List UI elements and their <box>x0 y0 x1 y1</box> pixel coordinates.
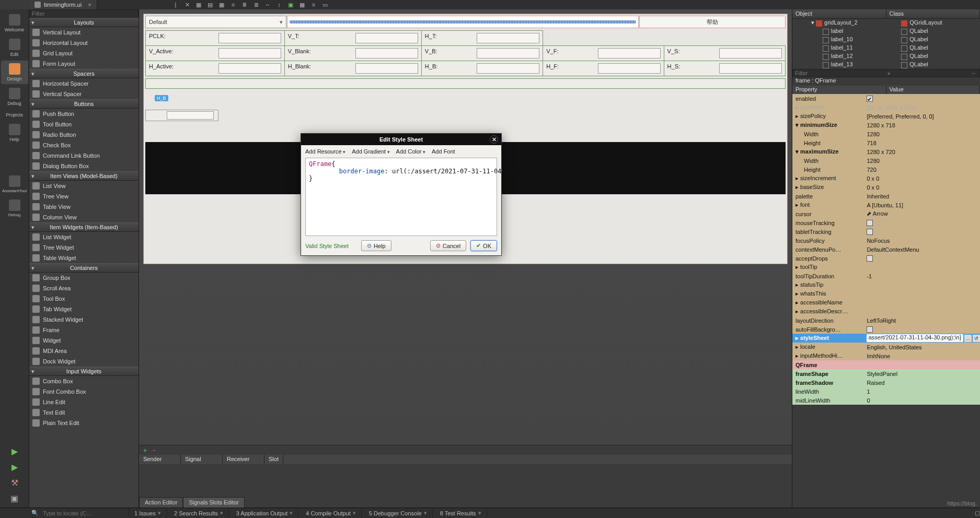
ss-tab-action-editor[interactable]: Action Editor <box>139 497 183 508</box>
prop-focuspolicy[interactable]: focusPolicyNoFocus <box>792 236 980 245</box>
wb-item-plain-text-edit[interactable]: Plain Text Edit <box>29 418 139 428</box>
v_b-input[interactable] <box>477 48 539 58</box>
prop-width[interactable]: Width1280 <box>792 156 980 165</box>
ok-button[interactable]: ✔OK <box>470 240 497 251</box>
locator-input[interactable]: Type to locate (C… <box>43 510 126 516</box>
h_b-input[interactable] <box>167 111 214 120</box>
wb-item-dialog-button-box[interactable]: Dialog Button Box <box>29 161 139 171</box>
tool-grid2-icon[interactable]: ▦ <box>298 1 306 9</box>
mode-projects[interactable]: Projects <box>1 110 28 120</box>
wb-item-table-widget[interactable]: Table Widget <box>29 253 139 263</box>
prop-qframe[interactable]: QFrame <box>792 360 980 369</box>
tool-valign-icon[interactable]: ≡ <box>229 1 237 9</box>
wb-item-font-combo-box[interactable]: Font Combo Box <box>29 386 139 397</box>
file-tab[interactable]: timmingform.ui × <box>29 0 97 9</box>
ss-col-signal[interactable]: Signal <box>181 455 223 464</box>
stylesheet-reset-button[interactable]: ↺ <box>973 335 980 342</box>
run-btn-2[interactable]: ⚒ <box>8 476 21 489</box>
prop-locale[interactable]: ▸ localeEnglish, UnitedStates <box>792 343 980 351</box>
prop-geometry[interactable]: ▸ geometry[(9, 9), 1280 x 718] <box>792 103 980 112</box>
wb-item-list-widget[interactable]: List Widget <box>29 232 139 242</box>
prop-cursor[interactable]: cursor⬈ Arrow <box>792 209 980 218</box>
run-btn-0[interactable]: ▶ <box>8 445 21 457</box>
mode-welcome[interactable]: Welcome <box>1 11 28 35</box>
wb-item-group-box[interactable]: Group Box <box>29 273 139 283</box>
wb-cat-spacers[interactable]: Spacers <box>29 69 139 78</box>
remove-connection-button[interactable]: － <box>151 446 157 454</box>
wb-item-line-edit[interactable]: Line Edit <box>29 397 139 407</box>
output-tab--search-results[interactable]: 2 Search Results ▾ <box>169 508 229 518</box>
wb-item-tree-view[interactable]: Tree View <box>29 191 139 202</box>
wb-item-form-layout[interactable]: Form Layout <box>29 58 139 69</box>
close-tab-icon[interactable]: × <box>88 2 91 8</box>
wb-cat-containers[interactable]: Containers <box>29 263 139 273</box>
prop-sizepolicy[interactable]: ▸ sizePolicy[Preferred, Preferred, 0, 0] <box>792 112 980 121</box>
ss-col-sender[interactable]: Sender <box>139 455 181 464</box>
h_active-input[interactable] <box>218 63 281 74</box>
prop-width[interactable]: Width1280 <box>792 130 980 138</box>
prop-mousetracking[interactable]: mouseTracking <box>792 218 980 227</box>
prop-layoutdirection[interactable]: layoutDirectionLeftToRight <box>792 316 980 325</box>
stylesheet-dots-button[interactable]: … <box>964 335 972 342</box>
dialog-close-button[interactable]: ✕ <box>490 135 498 144</box>
wb-item-widget[interactable]: Widget <box>29 335 139 346</box>
tool-layout2-icon[interactable]: ▦ <box>217 1 226 9</box>
wb-item-tab-widget[interactable]: Tab Widget <box>29 304 139 314</box>
prop-remove-icon[interactable]: － <box>970 69 977 77</box>
prop-tooltipduration[interactable]: toolTipDuration-1 <box>792 272 980 280</box>
wb-cat-item-views-model-based-[interactable]: Item Views (Model-Based) <box>29 171 139 181</box>
obj-label_12[interactable]: label_12QLabel <box>792 52 980 61</box>
wb-item-vertical-spacer[interactable]: Vertical Spacer <box>29 89 139 99</box>
wb-item-tool-button[interactable]: Tool Button <box>29 119 139 130</box>
prop-inputmethodhi-[interactable]: ▸ inputMethodHi…ImhNone <box>792 351 980 360</box>
prop-font[interactable]: ▸ fontA [Ubuntu, 11] <box>792 201 980 209</box>
prop-palette[interactable]: paletteInherited <box>792 192 980 201</box>
wb-item-horizontal-layout[interactable]: Horizontal Layout <box>29 38 139 48</box>
wb-item-scroll-area[interactable]: Scroll Area <box>29 283 139 293</box>
wb-item-check-box[interactable]: Check Box <box>29 140 139 150</box>
prop-minimumsize[interactable]: ▾ minimumSize1280 x 718 <box>792 121 980 130</box>
wb-item-text-edit[interactable]: Text Edit <box>29 407 139 418</box>
prop-whatsthis[interactable]: ▸ whatsThis <box>792 289 980 298</box>
tool-dist-h-icon[interactable]: ↔ <box>263 1 272 9</box>
v_s-input[interactable] <box>719 48 782 58</box>
pin-h_b[interactable]: H_B <box>155 95 168 101</box>
add-connection-button[interactable]: ＋ <box>142 446 148 454</box>
run-btn-1[interactable]: ▶ <box>8 461 21 473</box>
wb-cat-input-widgets[interactable]: Input Widgets <box>29 367 139 376</box>
prop-acceptdrops[interactable]: acceptDrops <box>792 254 980 263</box>
object-tree[interactable]: ▾ gridLayout_2QGridLayoutlabelQLabellabe… <box>792 19 980 69</box>
wb-cat-buttons[interactable]: Buttons <box>29 99 139 109</box>
prop-statustip[interactable]: ▸ statusTip <box>792 280 980 289</box>
v_active-input[interactable] <box>218 48 281 58</box>
prop-accessibledescr-[interactable]: ▸ accessibleDescr… <box>792 307 980 316</box>
mode-design[interactable]: Design <box>1 61 28 84</box>
output-tab--compile-output[interactable]: 4 Compile Output ▾ <box>301 508 362 518</box>
h_t-input[interactable] <box>477 33 539 43</box>
wb-item-combo-box[interactable]: Combo Box <box>29 376 139 386</box>
wb-cat-layouts[interactable]: Layouts <box>29 18 139 27</box>
prop-height[interactable]: Height720 <box>792 165 980 174</box>
wb-cat-item-widgets-item-based-[interactable]: Item Widgets (Item-Based) <box>29 222 139 232</box>
add-color-menu[interactable]: Add Color <box>396 148 425 155</box>
obj-gridLayout_2[interactable]: ▾ gridLayout_2QGridLayout <box>792 19 980 27</box>
prop-autofillbackgro-[interactable]: autoFillBackgro… <box>792 325 980 334</box>
h_blank-input[interactable] <box>355 63 418 74</box>
wb-item-radio-button[interactable]: Radio Button <box>29 130 139 140</box>
prop-enabled[interactable]: enabled✔ <box>792 94 980 103</box>
add-font-menu[interactable]: Add Font <box>432 148 455 155</box>
add-gradient-menu[interactable]: Add Gradient <box>352 148 389 155</box>
close-output-icon[interactable]: ▢ <box>975 510 980 516</box>
tool-run-icon[interactable]: ▣ <box>286 1 295 9</box>
v_t-input[interactable] <box>355 33 418 43</box>
tool-halign-icon[interactable]: Ⅲ <box>240 1 249 9</box>
wb-item-stacked-widget[interactable]: Stacked Widget <box>29 314 139 325</box>
prop-tooltip[interactable]: ▸ toolTip <box>792 263 980 272</box>
wb-item-mdi-area[interactable]: MDI Area <box>29 346 139 356</box>
wb-item-vertical-layout[interactable]: Vertical Layout <box>29 27 139 38</box>
obj-label_11[interactable]: label_11QLabel <box>792 44 980 52</box>
pclk-input[interactable] <box>218 33 281 43</box>
prop-linewidth[interactable]: lineWidth1 <box>792 387 980 396</box>
mode-help[interactable]: Help <box>1 121 28 145</box>
mode2-debug[interactable]: Debug <box>1 197 28 220</box>
